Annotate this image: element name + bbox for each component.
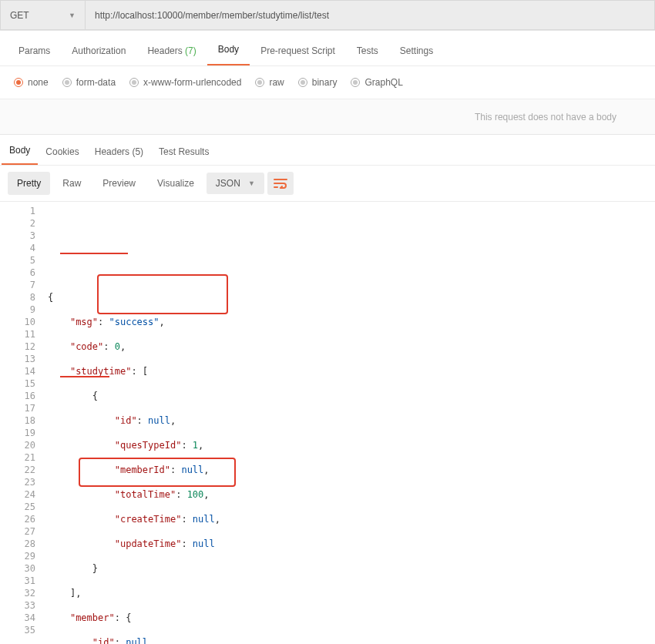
radio-binary-label: binary	[312, 77, 338, 88]
resp-tab-headers[interactable]: Headers (5)	[87, 139, 151, 165]
tab-body[interactable]: Body	[207, 36, 250, 65]
viewer-format-select[interactable]: JSON ▼	[207, 173, 264, 194]
url-input[interactable]	[85, 0, 655, 30]
viewer-format-value: JSON	[216, 178, 240, 189]
radio-icon	[129, 78, 139, 87]
radio-icon	[255, 78, 264, 87]
tab-prerequest[interactable]: Pre-request Script	[250, 38, 346, 65]
radio-icon	[351, 78, 360, 87]
request-tabs: Params Authorization Headers (7) Body Pr…	[0, 31, 655, 66]
wrap-lines-button[interactable]	[267, 172, 294, 195]
body-type-radios: none form-data x-www-form-urlencoded raw…	[0, 66, 655, 99]
tab-settings[interactable]: Settings	[389, 38, 444, 65]
radio-xwww[interactable]: x-www-form-urlencoded	[129, 77, 241, 88]
radio-none[interactable]: none	[14, 77, 49, 88]
code-content: { "msg": "success", "code": 0, "studytim…	[48, 205, 655, 644]
chevron-down-icon: ▼	[248, 179, 255, 187]
wrap-icon	[274, 178, 287, 189]
response-tabs: Body Cookies Headers (5) Test Results	[0, 135, 655, 166]
method-select[interactable]: GET ▼	[0, 0, 85, 30]
radio-graphql[interactable]: GraphQL	[351, 77, 402, 88]
no-body-message: This request does not have a body	[0, 99, 655, 135]
resp-tab-headers-count: (5)	[132, 146, 143, 157]
radio-graphql-label: GraphQL	[364, 77, 402, 88]
viewer-preview-button[interactable]: Preview	[93, 172, 145, 195]
tab-tests[interactable]: Tests	[346, 38, 389, 65]
radio-none-label: none	[28, 77, 49, 88]
tab-headers-count: (7)	[185, 45, 196, 56]
resp-tab-headers-label: Headers	[95, 146, 129, 157]
tab-headers-label: Headers	[147, 45, 182, 56]
radio-xwww-label: x-www-form-urlencoded	[143, 77, 241, 88]
method-value: GET	[10, 10, 29, 21]
viewer-visualize-button[interactable]: Visualize	[148, 172, 203, 195]
line-gutter: 1234567891011121314151617181920212223242…	[0, 205, 48, 644]
radio-formdata[interactable]: form-data	[62, 77, 116, 88]
response-viewer-toolbar: Pretty Raw Preview Visualize JSON ▼	[0, 166, 655, 202]
viewer-raw-button[interactable]: Raw	[53, 172, 90, 195]
tab-authorization[interactable]: Authorization	[61, 38, 136, 65]
annotation-underline	[60, 253, 128, 254]
response-body-viewer[interactable]: 1234567891011121314151617181920212223242…	[0, 202, 655, 644]
radio-raw[interactable]: raw	[255, 77, 284, 88]
viewer-pretty-button[interactable]: Pretty	[8, 172, 50, 195]
radio-icon	[14, 78, 23, 87]
radio-icon	[298, 78, 307, 87]
resp-tab-body[interactable]: Body	[2, 137, 38, 165]
tab-params[interactable]: Params	[8, 38, 61, 65]
resp-tab-cookies[interactable]: Cookies	[38, 139, 86, 165]
radio-raw-label: raw	[269, 77, 284, 88]
request-url-bar: GET ▼	[0, 0, 655, 31]
radio-formdata-label: form-data	[76, 77, 116, 88]
radio-binary[interactable]: binary	[298, 77, 338, 88]
chevron-down-icon: ▼	[69, 12, 76, 19]
tab-headers[interactable]: Headers (7)	[136, 38, 207, 65]
resp-tab-testresults[interactable]: Test Results	[151, 139, 217, 165]
radio-icon	[62, 78, 72, 87]
